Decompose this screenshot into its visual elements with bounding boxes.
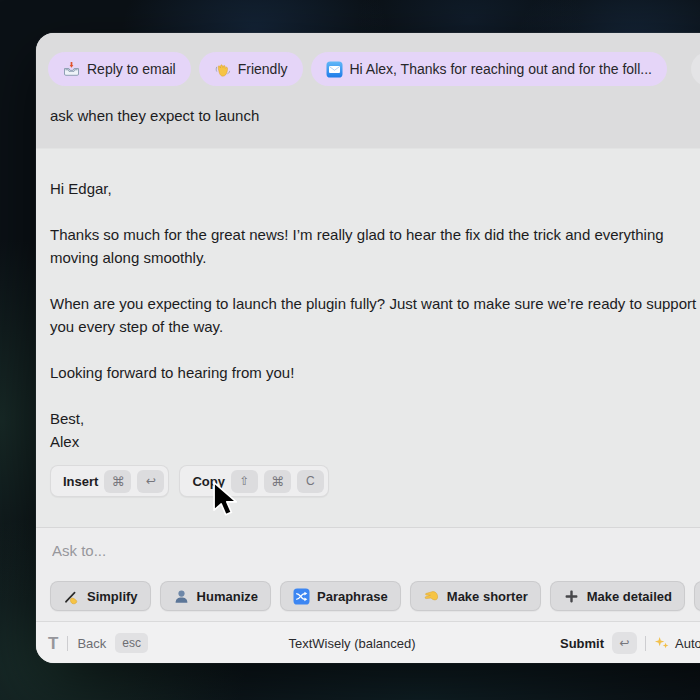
cmd-key-icon: ⌘ xyxy=(264,470,291,493)
cmd-key-icon: ⌘ xyxy=(104,470,131,493)
chip-friendly[interactable]: Friendly xyxy=(199,52,303,86)
textwisely-logo-icon: T xyxy=(48,635,58,652)
chip-label: Reply to email xyxy=(87,61,176,77)
paraphrase-button[interactable]: Paraphrase xyxy=(280,581,401,611)
footer-bar: T Back esc TextWisely (balanced) Submit … xyxy=(36,621,700,663)
chip-email-subject[interactable]: Hi Alex, Thanks for reaching out and for… xyxy=(311,52,667,86)
make-shorter-button[interactable]: Make shorter xyxy=(410,581,541,611)
prompt-text: ask when they expect to launch xyxy=(50,107,259,124)
mouse-cursor xyxy=(211,481,243,523)
chip-reply-to-email[interactable]: Reply to email xyxy=(48,52,191,86)
chip-label: Friendly xyxy=(238,61,288,77)
sparkles-icon xyxy=(654,635,670,651)
shuffle-icon xyxy=(293,588,310,605)
footer-divider xyxy=(67,636,68,651)
return-key-icon: ↩ xyxy=(137,470,164,493)
suggestion-label: Humanize xyxy=(197,589,258,604)
suggestion-label: Simplify xyxy=(87,589,138,604)
suggestion-label: Make shorter xyxy=(447,589,528,604)
copy-button[interactable]: Copy ⇧ ⌘ C xyxy=(179,465,329,497)
suggestion-chips-row: Simplify Humanize xyxy=(50,581,700,611)
suggestion-label: Make detailed xyxy=(587,589,672,604)
improve-button[interactable]: Improve xyxy=(694,581,700,611)
prompt-section: Reply to email Friendly xyxy=(36,33,700,148)
mail-icon xyxy=(326,61,343,78)
submit-button[interactable]: Submit xyxy=(560,636,604,651)
plus-icon xyxy=(563,588,580,605)
return-key-badge: ↩ xyxy=(612,632,637,654)
writing-hand-icon xyxy=(63,588,80,605)
ask-input[interactable] xyxy=(50,536,694,564)
waving-hand-icon xyxy=(214,61,231,78)
response-section: Hi Edgar, Thanks so much for the great n… xyxy=(36,148,700,527)
ask-section: Simplify Humanize xyxy=(36,527,700,621)
suggestion-label: Paraphrase xyxy=(317,589,388,604)
email-draft-text: Hi Edgar, Thanks so much for the great n… xyxy=(50,177,700,453)
insert-button-label: Insert xyxy=(63,474,98,489)
footer-right: Submit ↩ Auto xyxy=(560,622,700,663)
footer-divider xyxy=(645,636,646,651)
prompt-chips-row: Reply to email Friendly xyxy=(48,52,667,86)
chip-overflow-partial[interactable] xyxy=(691,52,700,86)
make-detailed-button[interactable]: Make detailed xyxy=(550,581,685,611)
auto-label: Auto xyxy=(675,636,700,651)
c-key: C xyxy=(297,470,324,493)
assistant-panel: Reply to email Friendly xyxy=(36,33,700,663)
inbox-tray-icon xyxy=(63,61,80,78)
footer-left: T Back esc xyxy=(48,622,148,663)
bust-icon xyxy=(173,588,190,605)
auto-button[interactable]: Auto xyxy=(654,635,700,651)
back-button[interactable]: Back xyxy=(77,636,106,651)
esc-key-badge[interactable]: esc xyxy=(115,633,148,653)
pinching-hand-icon xyxy=(423,588,440,605)
insert-button[interactable]: Insert ⌘ ↩ xyxy=(50,465,169,497)
humanize-button[interactable]: Humanize xyxy=(160,581,271,611)
simplify-button[interactable]: Simplify xyxy=(50,581,151,611)
chip-label: Hi Alex, Thanks for reaching out and for… xyxy=(350,61,652,77)
mode-status[interactable]: TextWisely (balanced) xyxy=(288,622,415,663)
response-actions: Insert ⌘ ↩ Copy ⇧ ⌘ C xyxy=(50,465,329,497)
